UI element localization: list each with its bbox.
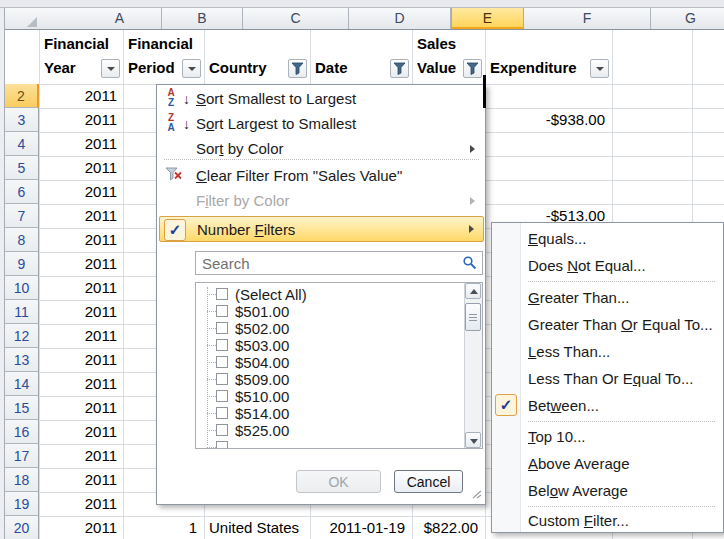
select-all-corner[interactable] bbox=[5, 8, 40, 30]
cancel-button[interactable]: Cancel bbox=[394, 470, 463, 493]
cell-A9[interactable]: 2011 bbox=[39, 252, 117, 276]
submenu-item-above-average[interactable]: Above Average bbox=[493, 450, 722, 477]
cell-A3[interactable]: 2011 bbox=[39, 108, 117, 132]
value-checkbox[interactable] bbox=[216, 339, 228, 351]
submenu-item-less-than[interactable]: Less Than... bbox=[493, 338, 722, 365]
submenu-item-equals[interactable]: Equals... bbox=[493, 225, 722, 252]
filter-value-item-2[interactable]: $502.00 bbox=[196, 320, 465, 337]
cell-A10[interactable]: 2011 bbox=[39, 276, 117, 300]
menu-item-sort-smallest-to-largest[interactable]: AZ↓Sort Smallest to Largest bbox=[159, 86, 484, 111]
header-cell-date[interactable]: Date bbox=[310, 30, 412, 84]
row-header-11[interactable]: 11 bbox=[5, 300, 39, 324]
filter-button-financial-period[interactable] bbox=[182, 59, 201, 78]
header-cell-country[interactable]: Country bbox=[204, 30, 310, 84]
row-header-20[interactable]: 20 bbox=[5, 516, 39, 539]
row-header-17[interactable]: 17 bbox=[5, 444, 39, 468]
cell-A11[interactable]: 2011 bbox=[39, 300, 117, 324]
cell-C20[interactable]: United States bbox=[209, 516, 310, 539]
row-header-19[interactable]: 19 bbox=[5, 492, 39, 516]
cell-A18[interactable]: 2011 bbox=[39, 468, 117, 492]
filter-button-expenditure[interactable] bbox=[590, 59, 609, 78]
cell-A13[interactable]: 2011 bbox=[39, 348, 117, 372]
value-checkbox[interactable] bbox=[216, 390, 228, 402]
column-header-D[interactable]: D bbox=[349, 8, 451, 29]
row-header-8[interactable]: 8 bbox=[5, 228, 39, 252]
row-header-6[interactable]: 6 bbox=[5, 180, 39, 204]
filter-value-item-8[interactable]: $525.00 bbox=[196, 422, 465, 439]
cell-A19[interactable]: 2011 bbox=[39, 492, 117, 516]
cell-A12[interactable]: 2011 bbox=[39, 324, 117, 348]
filter-value-item-partial[interactable] bbox=[196, 439, 465, 449]
search-input[interactable] bbox=[195, 251, 483, 275]
row-header-3[interactable]: 3 bbox=[5, 108, 39, 132]
submenu-item-top-10[interactable]: Top 10... bbox=[493, 423, 722, 450]
cell-A20[interactable]: 2011 bbox=[39, 516, 117, 539]
row-header-10[interactable]: 10 bbox=[5, 276, 39, 300]
row-header-2[interactable]: 2 bbox=[5, 84, 39, 108]
row-header-12[interactable]: 12 bbox=[5, 324, 39, 348]
value-checkbox[interactable] bbox=[216, 424, 228, 436]
scroll-down-button[interactable] bbox=[465, 432, 481, 448]
filter-button-financial-year[interactable] bbox=[101, 59, 120, 78]
value-checkbox[interactable] bbox=[216, 373, 228, 385]
scroll-thumb[interactable] bbox=[465, 303, 481, 331]
submenu-item-between[interactable]: ✓Between... bbox=[493, 392, 722, 419]
column-header-F[interactable]: F bbox=[524, 8, 651, 29]
submenu-item-greater-than[interactable]: Greater Than... bbox=[493, 284, 722, 311]
submenu-item-below-average[interactable]: Below Average bbox=[493, 477, 722, 504]
filter-value-item-5[interactable]: $509.00 bbox=[196, 371, 465, 388]
filter-value-item-6[interactable]: $510.00 bbox=[196, 388, 465, 405]
filter-button-sales-value[interactable] bbox=[463, 59, 482, 78]
column-header-E[interactable]: E bbox=[451, 8, 524, 29]
list-scrollbar[interactable] bbox=[464, 283, 482, 448]
cell-A6[interactable]: 2011 bbox=[39, 180, 117, 204]
column-header-G[interactable]: G bbox=[651, 8, 724, 29]
cell-F3[interactable]: -$938.00 bbox=[485, 108, 605, 132]
cell-E20[interactable]: $822.00 bbox=[412, 516, 478, 539]
value-checkbox[interactable] bbox=[216, 322, 228, 334]
cell-A16[interactable]: 2011 bbox=[39, 420, 117, 444]
cell-A8[interactable]: 2011 bbox=[39, 228, 117, 252]
menu-item-clear-filter[interactable]: Clear Filter From "Sales Value" bbox=[159, 163, 484, 188]
value-checkbox[interactable] bbox=[216, 305, 228, 317]
value-checkbox[interactable] bbox=[216, 288, 228, 300]
row-header-18[interactable]: 18 bbox=[5, 468, 39, 492]
value-checkbox[interactable] bbox=[216, 441, 228, 449]
row-header-14[interactable]: 14 bbox=[5, 372, 39, 396]
header-cell-financial-year[interactable]: Financial Year bbox=[39, 30, 123, 84]
filter-value-item-0[interactable]: (Select All) bbox=[196, 286, 465, 303]
filter-value-item-7[interactable]: $514.00 bbox=[196, 405, 465, 422]
header-cell-financial-period[interactable]: Financial Period bbox=[123, 30, 204, 84]
filter-value-item-3[interactable]: $503.00 bbox=[196, 337, 465, 354]
submenu-item-does-not-equal[interactable]: Does Not Equal... bbox=[493, 252, 722, 279]
row-header-16[interactable]: 16 bbox=[5, 420, 39, 444]
row-header-5[interactable]: 5 bbox=[5, 156, 39, 180]
cell-B20[interactable]: 1 bbox=[123, 516, 197, 539]
cell-A7[interactable]: 2011 bbox=[39, 204, 117, 228]
cell-A4[interactable]: 2011 bbox=[39, 132, 117, 156]
column-header-C[interactable]: C bbox=[243, 8, 349, 29]
submenu-item-less-than-or-equal-to[interactable]: Less Than Or Equal To... bbox=[493, 365, 722, 392]
filter-button-country[interactable] bbox=[288, 59, 307, 78]
column-header-A[interactable]: A bbox=[78, 8, 162, 29]
value-checkbox[interactable] bbox=[216, 356, 228, 368]
menu-item-sort-by-color[interactable]: Sort by Color bbox=[159, 136, 484, 161]
filter-value-item-4[interactable]: $504.00 bbox=[196, 354, 465, 371]
filter-value-item-1[interactable]: $501.00 bbox=[196, 303, 465, 320]
header-cell-expenditure[interactable]: Expenditure bbox=[485, 30, 612, 84]
menu-item-number-filters[interactable]: ✓Number Filters bbox=[159, 216, 484, 242]
scroll-up-button[interactable] bbox=[465, 283, 481, 299]
cell-A5[interactable]: 2011 bbox=[39, 156, 117, 180]
cell-D20[interactable]: 2011-01-19 bbox=[310, 516, 405, 539]
filter-button-date[interactable] bbox=[390, 59, 409, 78]
submenu-item-custom-filter[interactable]: Custom Filter... bbox=[493, 508, 722, 533]
row-header-9[interactable]: 9 bbox=[5, 252, 39, 276]
submenu-item-greater-than-or-equal-to[interactable]: Greater Than Or Equal To... bbox=[493, 311, 722, 338]
row-header-15[interactable]: 15 bbox=[5, 396, 39, 420]
cell-A14[interactable]: 2011 bbox=[39, 372, 117, 396]
cell-A15[interactable]: 2011 bbox=[39, 396, 117, 420]
menu-item-sort-largest-to-smallest[interactable]: ZA↓Sort Largest to Smallest bbox=[159, 111, 484, 136]
header-cell-sales-value[interactable]: Sales Value bbox=[412, 30, 485, 84]
row-header-7[interactable]: 7 bbox=[5, 204, 39, 228]
row-header-13[interactable]: 13 bbox=[5, 348, 39, 372]
